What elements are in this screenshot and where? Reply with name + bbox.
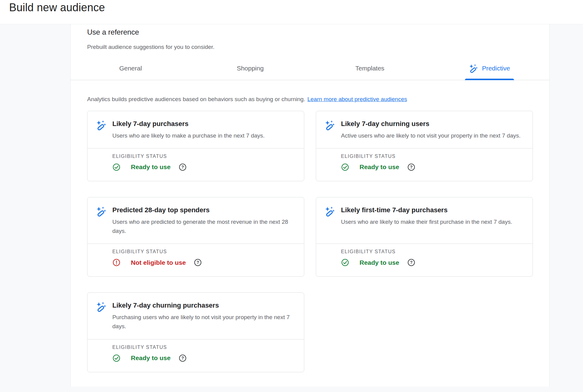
audience-card-likely-7-day-churning-purchasers[interactable]: Likely 7-day churning purchasers Purchas… bbox=[87, 292, 304, 372]
tab-shopping[interactable]: Shopping bbox=[190, 56, 310, 80]
magic-wand-icon bbox=[96, 206, 106, 216]
section-title: Use a reference bbox=[87, 28, 533, 36]
status-row: Ready to use bbox=[112, 354, 295, 362]
status-row: Ready to use bbox=[112, 163, 295, 171]
status-row: Not eligible to use bbox=[112, 258, 295, 267]
card-top: Predicted 28-day top spenders Users who … bbox=[87, 197, 304, 244]
tab-label: Templates bbox=[355, 65, 384, 72]
tab-general[interactable]: General bbox=[71, 56, 190, 80]
status-text: Ready to use bbox=[131, 354, 171, 362]
help-icon[interactable] bbox=[179, 163, 187, 171]
eligibility-section: ELIGIBILITY STATUS Ready to use bbox=[316, 148, 533, 181]
eligibility-section: ELIGIBILITY STATUS Ready to use bbox=[87, 148, 304, 181]
magic-wand-icon bbox=[325, 206, 335, 216]
card-description: Users who are predicted to generate the … bbox=[112, 217, 295, 236]
tab-label: Shopping bbox=[237, 65, 264, 72]
tab-bar: General Shopping Templates Predictive bbox=[71, 56, 549, 80]
check-circle-icon bbox=[341, 258, 349, 267]
status-text: Ready to use bbox=[131, 163, 171, 171]
eligibility-section: ELIGIBILITY STATUS Ready to use bbox=[316, 244, 533, 276]
magic-wand-icon bbox=[96, 302, 106, 312]
check-circle-icon bbox=[112, 163, 121, 171]
page-header: Build new audience bbox=[0, 0, 583, 24]
eligibility-status-label: ELIGIBILITY STATUS bbox=[112, 345, 295, 350]
card-top: Likely 7-day purchasers Users who are li… bbox=[87, 111, 304, 148]
status-text: Ready to use bbox=[360, 163, 399, 171]
help-icon[interactable] bbox=[194, 258, 202, 267]
status-row: Ready to use bbox=[341, 258, 524, 267]
learn-more-link[interactable]: Learn more about predictive audiences bbox=[307, 96, 407, 102]
eligibility-status-label: ELIGIBILITY STATUS bbox=[112, 154, 295, 159]
card-description: Users who are likely to make their first… bbox=[341, 217, 512, 227]
help-icon[interactable] bbox=[179, 354, 187, 362]
eligibility-section: ELIGIBILITY STATUS Not eligible to use bbox=[87, 244, 304, 276]
check-circle-icon bbox=[112, 354, 121, 362]
magic-wand-icon bbox=[325, 120, 335, 130]
page-body: Use a reference Prebuilt audience sugges… bbox=[0, 24, 583, 392]
left-gutter bbox=[0, 24, 70, 392]
card-title: Likely 7-day churning purchasers bbox=[112, 301, 295, 310]
card-description: Purchasing users who are likely to not v… bbox=[112, 313, 295, 331]
status-text: Ready to use bbox=[360, 259, 399, 266]
use-reference-panel: Use a reference Prebuilt audience sugges… bbox=[70, 24, 550, 387]
eligibility-status-label: ELIGIBILITY STATUS bbox=[341, 249, 524, 254]
magic-wand-icon bbox=[96, 120, 106, 130]
tab-label: General bbox=[119, 65, 142, 72]
tab-label: Predictive bbox=[482, 65, 510, 72]
card-top: Likely 7-day churning users Active users… bbox=[316, 111, 533, 148]
audience-card-grid: Likely 7-day purchasers Users who are li… bbox=[87, 111, 533, 372]
help-icon[interactable] bbox=[407, 163, 415, 171]
info-text: Analytics builds predictive audiences ba… bbox=[87, 96, 305, 102]
status-text: Not eligible to use bbox=[131, 259, 186, 266]
magic-wand-icon bbox=[469, 64, 478, 73]
card-title: Likely 7-day purchasers bbox=[112, 120, 265, 128]
predictive-info-text: Analytics builds predictive audiences ba… bbox=[87, 96, 533, 103]
page-title: Build new audience bbox=[9, 1, 583, 14]
tab-templates[interactable]: Templates bbox=[310, 56, 430, 80]
audience-card-likely-7-day-churning-users[interactable]: Likely 7-day churning users Active users… bbox=[316, 111, 533, 181]
audience-card-predicted-28-day-top-spenders[interactable]: Predicted 28-day top spenders Users who … bbox=[87, 197, 304, 277]
tab-predictive[interactable]: Predictive bbox=[430, 56, 549, 80]
check-circle-icon bbox=[341, 163, 349, 171]
status-row: Ready to use bbox=[341, 163, 524, 171]
card-top: Likely 7-day churning purchasers Purchas… bbox=[87, 293, 304, 339]
audience-card-likely-first-time-7-day-purchasers[interactable]: Likely first-time 7-day purchasers Users… bbox=[316, 197, 533, 277]
card-description: Active users who are likely to not visit… bbox=[341, 131, 520, 140]
eligibility-status-label: ELIGIBILITY STATUS bbox=[341, 154, 524, 159]
section-subtitle: Prebuilt audience suggestions for you to… bbox=[87, 44, 533, 50]
eligibility-status-label: ELIGIBILITY STATUS bbox=[112, 249, 295, 254]
card-top: Likely first-time 7-day purchasers Users… bbox=[316, 197, 533, 244]
error-circle-icon bbox=[112, 258, 121, 267]
card-title: Likely 7-day churning users bbox=[341, 120, 520, 128]
audience-card-likely-7-day-purchasers[interactable]: Likely 7-day purchasers Users who are li… bbox=[87, 111, 304, 181]
card-title: Likely first-time 7-day purchasers bbox=[341, 206, 512, 215]
card-title: Predicted 28-day top spenders bbox=[112, 206, 295, 215]
card-description: Users who are likely to make a purchase … bbox=[112, 131, 265, 140]
eligibility-section: ELIGIBILITY STATUS Ready to use bbox=[87, 339, 304, 372]
help-icon[interactable] bbox=[407, 258, 415, 267]
